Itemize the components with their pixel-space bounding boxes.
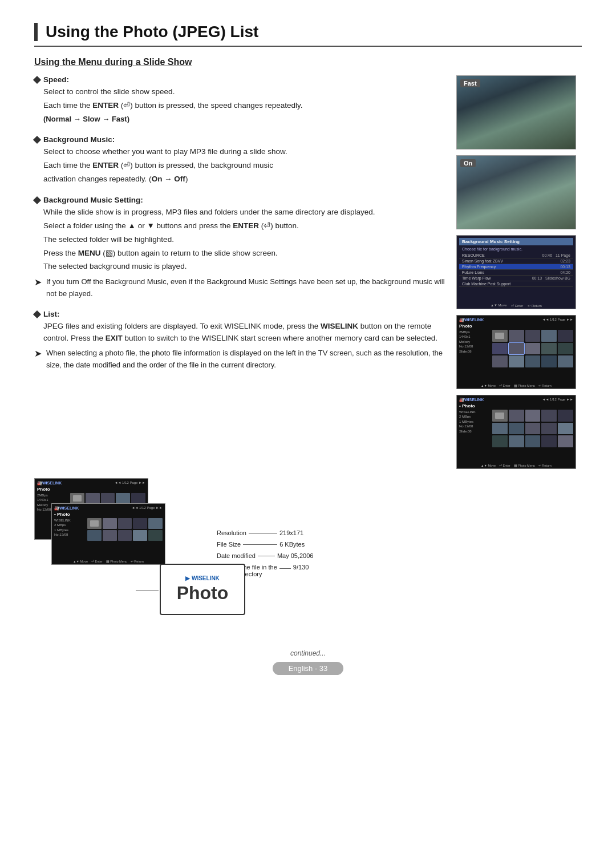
arrow-to-panel — [136, 586, 159, 591]
diamond-icon-4 — [33, 310, 41, 318]
pls-left-1: 2MBps1440x1MelodyNo:12/08Slide:08 — [459, 330, 491, 367]
speed-badge: Fast — [460, 79, 480, 87]
bg-music-screen: On — [456, 155, 576, 229]
footer: continued... English - 33 — [34, 649, 582, 675]
thumb-2 — [525, 330, 541, 342]
bullet-list: List: JPEG files and existing folders ar… — [34, 310, 445, 371]
bullet-bg-music-setting: Background Music Setting: While the slid… — [34, 196, 445, 300]
wiselink-brand: ▶ WISELINK — [185, 575, 220, 581]
thumb-8 — [541, 343, 557, 355]
thumb-2-6 — [509, 423, 524, 435]
page-title: Using the Photo (JPEG) List — [46, 23, 582, 41]
bullet-list-body: JPEG files and existing folders are disp… — [43, 321, 445, 345]
note-bg-music-setting: ➤ If you turn Off the Background Music, … — [34, 276, 445, 299]
bullet-list-title: List: — [34, 310, 445, 318]
pls-page-2: ◄◄ 1/12 Page ►► — [542, 398, 573, 402]
pls-header-2: 🏭WISELINK ◄◄ 1/12 Page ►► — [459, 398, 573, 402]
thumb-folder — [492, 330, 508, 342]
bullet-bg-music-setting-body: While the slide show is in progress, MP3… — [43, 207, 445, 273]
thumb-12 — [525, 355, 541, 367]
thumb-folder-2 — [492, 410, 508, 422]
bms-row-3: Future Lions 04:20 — [459, 270, 573, 276]
title-rule — [34, 46, 582, 47]
footer-badge: English - 33 — [273, 662, 344, 675]
bms-row-2: Rhythm Frequency 00:13 — [459, 264, 573, 270]
bullet-bg-music: Background Music: Select to choose wheth… — [34, 135, 445, 185]
callout-line-1 — [249, 533, 277, 533]
right-column: Fast On Background Music Setting Choose … — [456, 75, 582, 469]
photo-list-screen-1: 🏭WISELINK ◄◄ 1/12 Page ►► Photo 2MBps144… — [456, 315, 576, 389]
pls-main-1: 2MBps1440x1MelodyNo:12/08Slide:08 — [459, 330, 573, 367]
bullet-speed-body: Select to control the slide show speed. … — [43, 86, 445, 125]
wiselink-panel: ▶ WISELINK Photo — [160, 564, 245, 615]
thumb-2-10 — [492, 435, 508, 447]
diagram-screen-bottom: 🏭WISELINK ◄◄ 1/12 Page ►► • Photo WISELI… — [51, 503, 165, 565]
thumb-2-2 — [525, 410, 541, 422]
thumb-14 — [558, 355, 573, 367]
photo-list-screen-2: 🏭WISELINK ◄◄ 1/12 Page ►► • Photo WISELI… — [456, 395, 576, 469]
note-arrow-icon: ➤ — [34, 276, 42, 289]
pls-header-1: 🏭WISELINK ◄◄ 1/12 Page ►► — [459, 318, 573, 322]
thumb-1 — [509, 330, 524, 342]
page-title-section: Using the Photo (JPEG) List — [34, 23, 582, 41]
thumb-2-3 — [541, 410, 557, 422]
continued-text: continued... — [34, 649, 582, 657]
callout-filesize-value: 6 KBytes — [279, 541, 305, 548]
wiselink-photo-label: Photo — [177, 583, 229, 604]
thumb-2-8 — [541, 423, 557, 435]
thumb-6-selected — [509, 343, 524, 355]
thumb-2-5 — [492, 423, 508, 435]
thumb-7 — [525, 343, 541, 355]
thumb-2-13 — [541, 435, 557, 447]
callout-date-value: May 05,2006 — [277, 552, 314, 559]
bullet-speed: Speed: Select to control the slide show … — [34, 75, 445, 125]
thumb-11 — [509, 355, 524, 367]
pls-footer-2: ▲▼ Move ⏎ Enter ▦ Photo Menu ↩ Return — [457, 464, 576, 467]
thumb-2-9 — [558, 423, 573, 435]
bullet-bg-music-setting-title: Background Music Setting: — [34, 196, 445, 204]
bullet-speed-title: Speed: — [34, 75, 445, 84]
callout-order-value: 9/130 — [293, 564, 309, 571]
callout-line-3 — [258, 556, 275, 556]
bms-subtitle: Choose file for background music. — [459, 246, 573, 252]
pls-section-2: • Photo — [459, 403, 573, 409]
bms-row-5: Club Machine Post Support — [459, 281, 573, 287]
callout-line-4 — [279, 568, 291, 569]
left-column: Speed: Select to control the slide show … — [34, 75, 445, 469]
pls-footer-1: ▲▼ Move ⏎ Enter ▦ Photo Menu ↩ Return — [457, 384, 576, 387]
thumb-4 — [558, 330, 573, 342]
speed-screen: Fast — [456, 75, 576, 149]
thumb-2-1 — [509, 410, 524, 422]
diamond-icon-3 — [33, 196, 41, 204]
bullet-bg-music-body: Select to choose whether you want to pla… — [43, 146, 445, 185]
section-heading: Using the Menu during a Slide Show — [34, 57, 582, 67]
thumb-2-14 — [558, 435, 573, 447]
pls-thumbs-2 — [492, 410, 573, 447]
pls-section-1: Photo — [459, 324, 573, 329]
thumb-3 — [541, 330, 557, 342]
note-list: ➤ When selecting a photo file, the photo… — [34, 347, 445, 370]
bms-screen: Background Music Setting Choose file for… — [456, 235, 576, 309]
bms-row-4: Time Warp Flow 00:13 Slideshow BG — [459, 276, 573, 281]
thumb-2-4 — [558, 410, 573, 422]
note-arrow-icon-2: ➤ — [34, 347, 42, 360]
thumb-5 — [492, 343, 508, 355]
callout-resolution-value: 219x171 — [279, 529, 303, 536]
pls-brand-1: 🏭WISELINK — [459, 318, 484, 322]
diagram-section: 🏭WISELINK ◄◄ 1/12 Page ►► Photo 2MBps144… — [34, 478, 582, 615]
pls-main-2: WISELINK2 MBps1 MBytesNo:13/08Slide:08 — [459, 410, 573, 447]
thumb-10 — [492, 355, 508, 367]
thumb-2-11 — [509, 435, 524, 447]
diamond-icon — [33, 76, 41, 84]
pls-page-1: ◄◄ 1/12 Page ►► — [542, 318, 573, 322]
wiselink-diagram: 🏭WISELINK ◄◄ 1/12 Page ►► Photo 2MBps144… — [34, 478, 251, 615]
thumb-2-12 — [525, 435, 541, 447]
bms-footer: ▲▼ Move ⏎ Enter ↩ Return — [457, 304, 576, 308]
main-layout: Speed: Select to control the slide show … — [34, 75, 582, 469]
bg-music-badge: On — [460, 159, 476, 167]
thumb-2-7 — [525, 423, 541, 435]
thumb-9 — [558, 343, 573, 355]
bms-row-1: Simon Song feat ZBVV 02:23 — [459, 258, 573, 264]
bms-title: Background Music Setting — [459, 238, 573, 245]
bullet-bg-music-title: Background Music: — [34, 135, 445, 144]
